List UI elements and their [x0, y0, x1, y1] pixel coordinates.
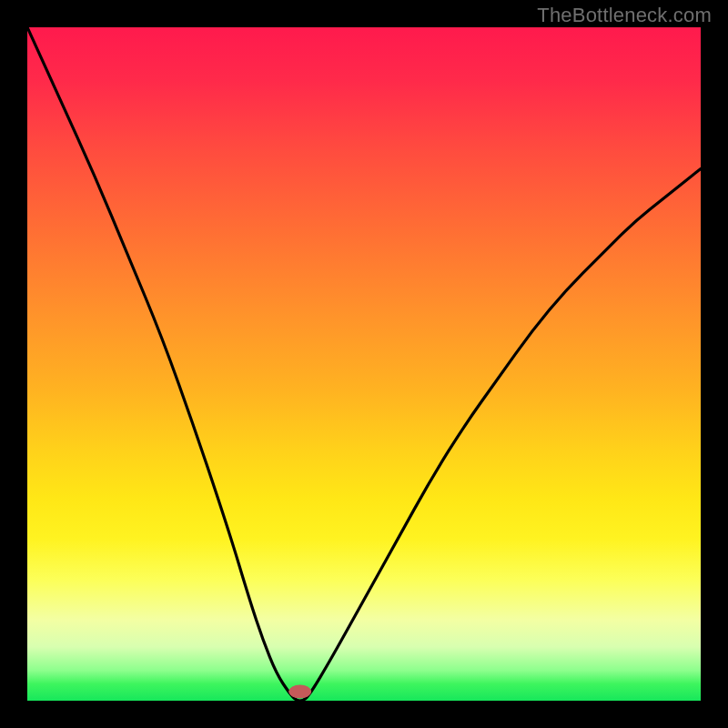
bottleneck-curve — [27, 27, 701, 701]
trough-marker — [289, 685, 311, 698]
chart-frame: TheBottleneck.com — [0, 0, 728, 728]
curve-path — [27, 27, 701, 701]
plot-area — [27, 27, 701, 701]
watermark-text: TheBottleneck.com — [537, 4, 712, 27]
